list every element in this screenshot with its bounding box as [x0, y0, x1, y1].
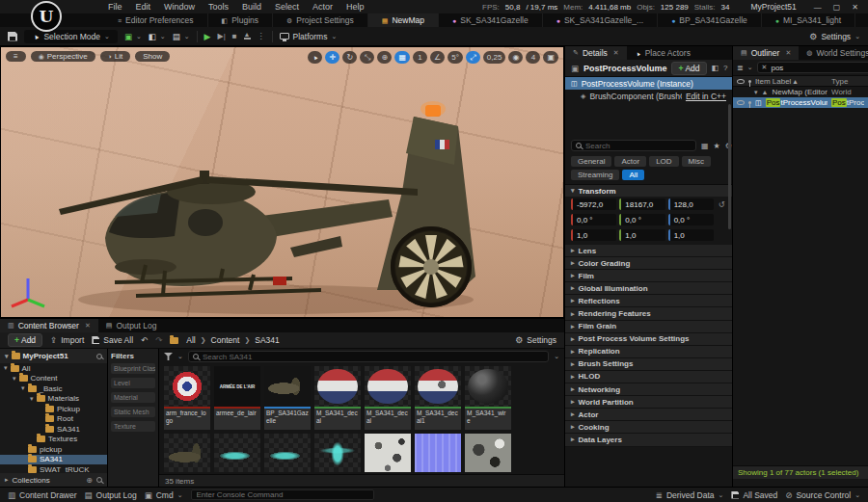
- asset-tile-m-sa341-decal1[interactable]: M_SA341_decal1: [415, 366, 461, 430]
- stop-button[interactable]: ■: [232, 32, 237, 40]
- scale-tool-icon[interactable]: ⤡: [360, 51, 374, 64]
- close-icon[interactable]: ✕: [613, 49, 619, 57]
- search-icon[interactable]: [96, 354, 102, 359]
- tab-mi-sa341-light[interactable]: ●MI_SA341_light: [762, 13, 855, 27]
- tab-plugins[interactable]: ◧Plugins: [208, 13, 274, 27]
- clear-search-icon[interactable]: ✕: [762, 64, 768, 71]
- outliner-search-input[interactable]: [771, 64, 868, 72]
- component-row-brush[interactable]: ◈ BrushComponent (BrushComponent0) Edit …: [565, 90, 732, 102]
- all-saved-button[interactable]: All Saved: [731, 490, 777, 500]
- chip-all[interactable]: All: [622, 170, 644, 180]
- maximize-viewport-icon[interactable]: ▣: [543, 51, 558, 64]
- details-section-color-grading[interactable]: ▸Color Grading: [565, 257, 732, 270]
- eye-icon[interactable]: [737, 100, 745, 105]
- chip-actor[interactable]: Actor: [614, 156, 646, 167]
- transform-section-header[interactable]: ▾ Transform: [565, 184, 732, 197]
- folder-content[interactable]: ▾Content: [0, 374, 107, 384]
- cmd-dropdown[interactable]: ▣Cmd⌄: [145, 490, 183, 500]
- menu-edit[interactable]: Edit: [136, 2, 151, 12]
- grid-snap-value[interactable]: 1: [413, 51, 427, 64]
- tab-sk-sa341gazelle[interactable]: ●SK_SA341Gazelle: [439, 13, 543, 27]
- move-tool-icon[interactable]: ✛: [325, 51, 339, 64]
- add-collection-icon[interactable]: ⊕: [86, 476, 93, 485]
- play-options-kebab-icon[interactable]: ⋮: [258, 32, 265, 40]
- back-icon[interactable]: ↶: [141, 335, 148, 345]
- camera-speed-icon[interactable]: ◉: [508, 51, 523, 64]
- details-section-data-layers[interactable]: ▸Data Layers: [565, 434, 732, 446]
- scale-z-field[interactable]: 1,0: [668, 229, 714, 241]
- details-section-rendering-features[interactable]: ▸Rendering Features: [565, 307, 732, 320]
- filter-static-mesh[interactable]: Static Mesh: [111, 407, 155, 417]
- tab-sk-sa341gazelle-2[interactable]: ●SK_SA341Gazelle_...: [543, 13, 658, 27]
- breadcrumb-sa341[interactable]: SA341: [255, 335, 280, 345]
- close-icon[interactable]: ✕: [785, 49, 791, 57]
- details-section-film[interactable]: ▸Film: [565, 270, 732, 282]
- world-coord-icon[interactable]: ⊕: [377, 51, 392, 64]
- unreal-logo-icon[interactable]: U: [31, 1, 62, 32]
- funnel-filter-icon[interactable]: [164, 353, 173, 360]
- rotation-snap-value[interactable]: 5°: [448, 51, 463, 64]
- details-section-global-illumination[interactable]: ▸Global Illumination: [565, 282, 732, 295]
- details-section-film-grain[interactable]: ▸Film Grain: [565, 321, 732, 333]
- cinematics-dropdown[interactable]: ▤⌄: [173, 32, 190, 41]
- rotate-tool-icon[interactable]: ↻: [342, 51, 357, 64]
- filter-icon[interactable]: ≣: [737, 64, 744, 72]
- sources-header[interactable]: ▾ MyProject51: [0, 349, 107, 363]
- type-column[interactable]: Type: [831, 77, 864, 86]
- asset-tile-row2-5[interactable]: [415, 434, 461, 472]
- add-actor-dropdown[interactable]: ▣⌄: [124, 32, 142, 41]
- collections-bar[interactable]: ▸ Collections ⊕: [0, 473, 107, 487]
- tab-mi-sa341-wire[interactable]: ●MI_SA341_wire: [855, 13, 868, 27]
- chip-misc[interactable]: Misc: [682, 156, 711, 167]
- rotation-snap-icon[interactable]: ∠: [430, 51, 445, 64]
- add-asset-button[interactable]: +Add: [8, 333, 42, 347]
- location-x-field[interactable]: -5972,0: [571, 198, 616, 210]
- folder-sa341-selected[interactable]: SA341: [0, 455, 107, 465]
- display-options-icon[interactable]: ▦: [701, 142, 709, 150]
- folder-pickup-materials[interactable]: Pickup: [0, 404, 107, 414]
- eject-button[interactable]: ▲: [244, 33, 251, 40]
- location-z-field[interactable]: 128,0: [668, 198, 714, 210]
- scale-snap-icon[interactable]: ⤢: [466, 51, 480, 64]
- details-scrollbar[interactable]: [728, 104, 731, 229]
- menu-help[interactable]: Help: [346, 2, 365, 12]
- lit-dropdown[interactable]: ◑Lit: [100, 51, 131, 62]
- source-control-button[interactable]: ⊘Source Control⌄: [785, 490, 860, 500]
- tab-project-settings[interactable]: ⚙Project Settings: [273, 13, 368, 27]
- maximize-icon[interactable]: ▢: [833, 3, 841, 12]
- viewport-menu-button[interactable]: ≡: [6, 51, 26, 62]
- details-section-actor[interactable]: ▸Actor: [565, 409, 732, 421]
- folder-pickup[interactable]: pickup: [0, 444, 107, 455]
- details-search-input[interactable]: [585, 142, 692, 150]
- close-icon[interactable]: ✕: [85, 322, 91, 330]
- details-section-ppv-settings[interactable]: ▸Post Process Volume Settings: [565, 333, 732, 346]
- rotation-z-field[interactable]: 0,0 °: [668, 214, 714, 225]
- question-icon[interactable]: ?: [723, 64, 727, 72]
- save-all-button[interactable]: Save All: [92, 335, 133, 345]
- reset-transform-icon[interactable]: ↺: [717, 200, 726, 209]
- details-section-lens[interactable]: ▸Lens: [565, 245, 732, 257]
- menu-window[interactable]: Window: [164, 2, 195, 12]
- selection-mode-dropdown[interactable]: ▲ Selection Mode ⌄: [24, 30, 118, 43]
- show-dropdown[interactable]: Show: [135, 51, 170, 62]
- perspective-dropdown[interactable]: ◉Perspective: [31, 51, 95, 62]
- asset-search-input[interactable]: [203, 353, 544, 361]
- tab-place-actors[interactable]: ▲Place Actors: [627, 46, 698, 60]
- folder-basic[interactable]: ▾_Basic: [0, 383, 107, 394]
- asset-tile-row2-4[interactable]: [365, 434, 411, 472]
- settings-dropdown[interactable]: ⚙Settings⌄: [809, 32, 860, 41]
- tab-bp-sa341gazelle[interactable]: ●BP_SA341Gazelle: [658, 13, 762, 27]
- asset-tile-arm-france-logo[interactable]: arm_france_logo: [164, 366, 210, 430]
- folder-root[interactable]: Root: [0, 414, 107, 425]
- scale-snap-value[interactable]: 0,25: [483, 51, 506, 64]
- chip-general[interactable]: General: [571, 156, 611, 167]
- tab-newmap[interactable]: ▦NewMap: [368, 13, 439, 27]
- scale-y-field[interactable]: 1,0: [619, 229, 665, 241]
- details-section-cooking[interactable]: ▸Cooking: [565, 421, 732, 434]
- breadcrumb-all[interactable]: All: [186, 335, 195, 345]
- tab-details[interactable]: ✎Details✕: [565, 46, 627, 60]
- blueprints-dropdown[interactable]: ◧⌄: [149, 32, 166, 41]
- frame-skip-button[interactable]: ▶|: [218, 32, 226, 40]
- grid-snap-icon[interactable]: ▦: [394, 51, 410, 64]
- favorites-star-icon[interactable]: ★: [714, 142, 720, 150]
